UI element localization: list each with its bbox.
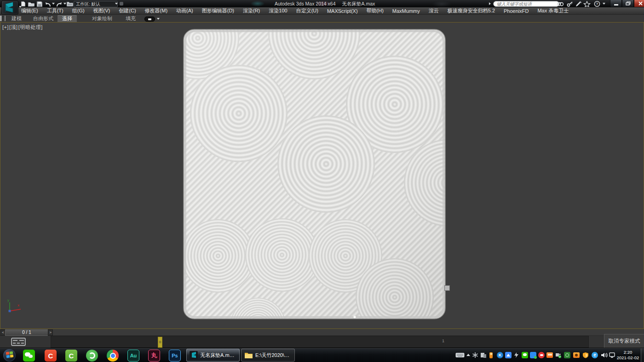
next-frame-button[interactable]: >: [48, 329, 53, 336]
key-icon[interactable]: [566, 1, 574, 7]
menu-item-customize[interactable]: 自定义(U): [296, 7, 318, 14]
ribbon-grip[interactable]: [0, 16, 6, 21]
menu-item-modifiers[interactable]: 修改器(M): [145, 7, 168, 14]
menu-item-antivirus[interactable]: Max 杀毒卫士: [537, 7, 569, 14]
help-dropdown-caret[interactable]: [603, 3, 605, 5]
ribbon-minimize-toggle[interactable]: [144, 17, 155, 22]
minimize-button[interactable]: [610, 0, 622, 7]
3dsmax-window: 工作区: 默认 Autodesk 3ds Max 2014 x64无名床垫A.m…: [0, 0, 644, 362]
taskbar-window-explorer[interactable]: E:\天竹2020\无...: [241, 349, 295, 362]
save-icon[interactable]: [36, 1, 43, 7]
tray-volume-icon[interactable]: [601, 352, 608, 358]
current-frame-marker[interactable]: 0: [158, 337, 162, 348]
project-folder-icon[interactable]: [66, 1, 74, 7]
tab-selection[interactable]: 选择: [58, 15, 77, 22]
taskbar-window-label: 无名床垫A.max -...: [200, 352, 236, 359]
tray-usb-eject-icon[interactable]: [555, 352, 562, 358]
workspace-dropdown-caret[interactable]: [115, 3, 118, 5]
photoshop-icon[interactable]: Ps: [169, 350, 181, 362]
tray-youdao-icon[interactable]: [538, 352, 545, 358]
tab-populate[interactable]: 填充: [121, 15, 140, 22]
tray-input-indicator-icon[interactable]: [480, 352, 487, 358]
tab-object-paint[interactable]: 对象绘制: [87, 15, 117, 22]
tray-ime-icon[interactable]: [472, 352, 478, 358]
menu-item-rendering[interactable]: 渲染(R): [243, 7, 260, 14]
tray-hidden-icons-arrow[interactable]: [466, 354, 470, 356]
menu-bar: 编辑(E) 工具(T) 组(G) 视图(V) 创建(C) 修改器(M) 动画(A…: [0, 7, 644, 15]
search-binoculars-icon[interactable]: [557, 1, 564, 7]
camtasia-red-icon[interactable]: C: [45, 350, 57, 362]
menu-item-animation[interactable]: 动画(A): [176, 7, 193, 14]
tray-pc-manager-icon[interactable]: [530, 352, 536, 358]
menu-item-create[interactable]: 创建(C): [119, 7, 136, 14]
time-slider-handle[interactable]: 0 / 1: [5, 329, 48, 336]
viewport-top[interactable]: [+][顶][明暗处理]: [0, 22, 644, 329]
tray-keyboard-icon[interactable]: [455, 352, 465, 358]
ribbon-toggle-caret[interactable]: [157, 18, 160, 20]
track-bar-row: 0 1: [0, 336, 644, 348]
workspace-selector[interactable]: 工作区: 默认: [74, 1, 118, 7]
menu-item-render100[interactable]: 渲染100: [269, 7, 287, 14]
tray-usb-drive-icon[interactable]: [489, 352, 493, 358]
tray-screenshot-icon[interactable]: [573, 352, 580, 358]
tray-ie-icon[interactable]: e: [592, 352, 598, 358]
tab-freeform[interactable]: 自由形式: [29, 15, 58, 22]
restore-button[interactable]: [622, 0, 634, 7]
time-slider-track[interactable]: < 0 / 1 >: [0, 329, 644, 336]
camtasia-green-icon[interactable]: C: [65, 350, 77, 362]
menu-item-phoenixfd[interactable]: PhoenixFD: [504, 8, 529, 14]
tray-network-icon[interactable]: [609, 352, 616, 358]
start-button[interactable]: [3, 349, 16, 362]
viewport-expand-label[interactable]: [+]: [2, 24, 9, 30]
close-button[interactable]: [634, 0, 644, 7]
title-bar: 工作区: 默认 Autodesk 3ds Max 2014 x64无名床垫A.m…: [0, 0, 644, 7]
menu-item-group[interactable]: 组(G): [72, 7, 85, 14]
menu-item-graph-editors[interactable]: 图形编辑器(D): [202, 7, 234, 14]
pen-icon[interactable]: [575, 1, 582, 7]
3dsmax-taskbar-icon: [190, 351, 198, 359]
show-desktop-button[interactable]: [641, 348, 644, 362]
taskbar-window-3dsmax[interactable]: 无名床垫A.max -...: [186, 349, 240, 362]
undo-dropdown-caret[interactable]: [52, 3, 55, 5]
undo-icon[interactable]: [44, 1, 52, 7]
tab-modeling[interactable]: 建模: [7, 15, 26, 22]
toolbar-extra-icon[interactable]: [120, 2, 123, 6]
mattress-model[interactable]: [183, 29, 446, 319]
cancel-expert-mode-button[interactable]: 取消专家模式: [604, 334, 644, 348]
menu-item-help[interactable]: 帮助(H): [367, 7, 384, 14]
viewport-view-label[interactable]: [顶]: [9, 24, 18, 30]
menu-item-maxscript[interactable]: MAXScript(X): [327, 8, 358, 14]
taskbar-clock[interactable]: 2:20 2021-02-02: [615, 350, 640, 361]
wan-app-icon[interactable]: 丸: [148, 350, 160, 362]
audition-icon[interactable]: Au: [127, 350, 139, 362]
mini-track-bar-toggle-icon[interactable]: [11, 338, 26, 346]
tray-thunder-icon[interactable]: [513, 352, 520, 358]
favorites-star-icon[interactable]: [583, 1, 591, 7]
end-frame-label: 1: [442, 339, 444, 343]
search-expand-arrow[interactable]: [489, 2, 491, 5]
tray-kugou-icon[interactable]: K: [497, 352, 503, 358]
menu-item-views[interactable]: 视图(V): [93, 7, 110, 14]
search-input[interactable]: [493, 1, 559, 7]
open-file-icon[interactable]: [28, 1, 35, 7]
help-icon[interactable]: ?: [593, 1, 601, 7]
tray-security-shield-icon[interactable]: [582, 352, 589, 358]
menu-item-maxmummy[interactable]: MaxMummy: [392, 8, 420, 14]
tray-wechat-icon[interactable]: [522, 352, 528, 358]
menu-item-edit[interactable]: 编辑(E): [21, 7, 38, 14]
track-bar[interactable]: 0 1: [51, 336, 589, 348]
menu-item-render-cloud[interactable]: 渲云: [429, 7, 439, 14]
menu-item-tools[interactable]: 工具(T): [47, 7, 63, 14]
viewport-label: [+][顶][明暗处理]: [2, 24, 43, 31]
menu-item-slim-archive[interactable]: 极速瘦身安全归档5.2: [448, 7, 495, 14]
tray-nvidia-icon[interactable]: [564, 352, 570, 358]
tray-mail-icon[interactable]: [546, 352, 553, 358]
gizmo-handle[interactable]: [444, 285, 450, 291]
chrome-icon[interactable]: [107, 350, 119, 362]
viewport-shading-label[interactable]: [明暗处理]: [18, 24, 43, 30]
tray-netdisk-icon[interactable]: [505, 352, 512, 358]
application-menu-button[interactable]: [1, 0, 18, 15]
wechat-icon[interactable]: [23, 350, 35, 362]
redo-icon[interactable]: [56, 1, 63, 7]
browser-360-icon[interactable]: [86, 350, 98, 362]
